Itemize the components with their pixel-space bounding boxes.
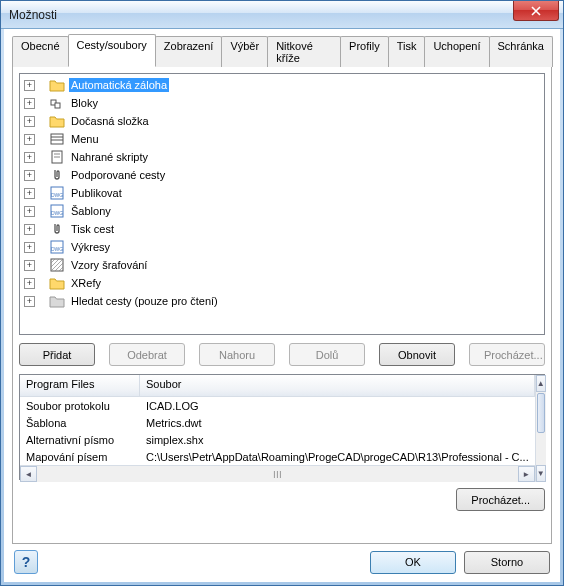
tree-item[interactable]: +XRefy: [20, 274, 544, 292]
tree-item[interactable]: +Podporované cesty: [20, 166, 544, 184]
tree-item-label: Vzory šrafování: [69, 258, 149, 272]
tree-item-label: Dočasná složka: [69, 114, 151, 128]
table-row[interactable]: Mapování písemC:\Users\Petr\AppData\Roam…: [20, 448, 535, 465]
tree-item-label: Podporované cesty: [69, 168, 167, 182]
tab-strip: ObecnéCesty/souboryZobrazeníVýběrNitkové…: [12, 35, 552, 67]
cell-name: Šablona: [20, 417, 140, 429]
tab-profily[interactable]: Profily: [340, 36, 389, 67]
expand-icon[interactable]: +: [24, 98, 35, 109]
scroll-vtrack[interactable]: [536, 434, 546, 465]
titlebar[interactable]: Možnosti: [1, 1, 563, 29]
expand-icon[interactable]: +: [24, 188, 35, 199]
scroll-up-icon[interactable]: ▲: [536, 375, 546, 392]
tab-zobrazen-[interactable]: Zobrazení: [155, 36, 223, 67]
clip-icon: [49, 167, 65, 183]
close-icon: [531, 6, 541, 16]
tab-obecn-[interactable]: Obecné: [12, 36, 69, 67]
tree-item-label: Šablony: [69, 204, 113, 218]
tree-item[interactable]: +Vzory šrafování: [20, 256, 544, 274]
scroll-thumb[interactable]: [537, 393, 545, 433]
tree-view[interactable]: +Automatická záloha+Bloky+Dočasná složka…: [19, 73, 545, 335]
script-icon: [49, 149, 65, 165]
expand-icon[interactable]: +: [24, 80, 35, 91]
tree-item-label: XRefy: [69, 276, 103, 290]
expand-icon[interactable]: +: [24, 152, 35, 163]
col-header-soubor[interactable]: Soubor: [140, 375, 535, 396]
cell-name: Soubor protokolu: [20, 400, 140, 412]
tree-button-row: Přidat Odebrat Nahoru Dolů Obnovit Proch…: [19, 343, 545, 366]
expand-icon[interactable]: +: [24, 278, 35, 289]
tree-item-label: Menu: [69, 132, 101, 146]
tree-item-label: Nahrané skripty: [69, 150, 150, 164]
close-button[interactable]: [513, 1, 559, 21]
svg-rect-2: [51, 134, 63, 144]
tab-cesty-soubory[interactable]: Cesty/soubory: [68, 34, 156, 67]
tab-body-paths: +Automatická záloha+Bloky+Dočasná složka…: [12, 67, 552, 544]
tab-uchopen-[interactable]: Uchopení: [424, 36, 489, 67]
tree-item[interactable]: +Automatická záloha: [20, 76, 544, 94]
expand-icon[interactable]: +: [24, 296, 35, 307]
scroll-track[interactable]: ׀׀׀: [37, 466, 518, 482]
svg-text:DWG: DWG: [51, 192, 63, 198]
table-row[interactable]: ŠablonaMetrics.dwt: [20, 414, 535, 431]
expand-icon[interactable]: +: [24, 134, 35, 145]
cell-file: C:\Users\Petr\AppData\Roaming\ProgeCAD\p…: [140, 451, 535, 463]
scroll-right-icon[interactable]: ►: [518, 466, 535, 482]
tree-item[interactable]: +DWGŠablony: [20, 202, 544, 220]
col-header-program-files[interactable]: Program Files: [20, 375, 140, 396]
dialog-footer: ? OK Storno: [12, 544, 552, 574]
add-button[interactable]: Přidat: [19, 343, 95, 366]
tree-item[interactable]: +Menu: [20, 130, 544, 148]
cell-file: simplex.shx: [140, 434, 535, 446]
svg-rect-1: [55, 103, 60, 108]
folder-yellow-icon: [49, 77, 65, 93]
dwg-icon: DWG: [49, 203, 65, 219]
files-table[interactable]: Program Files Soubor Soubor protokoluICA…: [19, 374, 545, 480]
window-title: Možnosti: [9, 8, 513, 22]
help-button[interactable]: ?: [14, 550, 38, 574]
dwg-icon: DWG: [49, 185, 65, 201]
table-row[interactable]: Alternativní písmosimplex.shx: [20, 431, 535, 448]
expand-icon[interactable]: +: [24, 224, 35, 235]
tree-item[interactable]: +Nahrané skripty: [20, 148, 544, 166]
blocks-icon: [49, 95, 65, 111]
tree-item[interactable]: +DWGPublikovat: [20, 184, 544, 202]
tree-item[interactable]: +Hledat cesty (pouze pro čtení): [20, 292, 544, 310]
tree-item-label: Hledat cesty (pouze pro čtení): [69, 294, 220, 308]
tab-schr-nka[interactable]: Schránka: [489, 36, 553, 67]
cancel-button[interactable]: Storno: [464, 551, 550, 574]
cell-file: ICAD.LOG: [140, 400, 535, 412]
cell-name: Mapování písem: [20, 451, 140, 463]
tree-item[interactable]: +Bloky: [20, 94, 544, 112]
expand-icon[interactable]: +: [24, 206, 35, 217]
tab-tisk[interactable]: Tisk: [388, 36, 426, 67]
cell-file: Metrics.dwt: [140, 417, 535, 429]
cell-name: Alternativní písmo: [20, 434, 140, 446]
folder-gray-icon: [49, 293, 65, 309]
refresh-button[interactable]: Obnovit: [379, 343, 455, 366]
svg-text:DWG: DWG: [51, 210, 63, 216]
up-button: Nahoru: [199, 343, 275, 366]
horizontal-scrollbar[interactable]: ◄ ׀׀׀ ►: [20, 465, 535, 482]
expand-icon[interactable]: +: [24, 170, 35, 181]
scroll-down-icon[interactable]: ▼: [536, 465, 546, 482]
hatch-icon: [49, 257, 65, 273]
table-row[interactable]: Soubor protokoluICAD.LOG: [20, 397, 535, 414]
tree-item[interactable]: +DWGVýkresy: [20, 238, 544, 256]
ok-button[interactable]: OK: [370, 551, 456, 574]
expand-icon[interactable]: +: [24, 260, 35, 271]
tree-item-label: Výkresy: [69, 240, 112, 254]
tree-item[interactable]: +Tisk cest: [20, 220, 544, 238]
scroll-left-icon[interactable]: ◄: [20, 466, 37, 482]
tree-item-label: Publikovat: [69, 186, 124, 200]
expand-icon[interactable]: +: [24, 116, 35, 127]
vertical-scrollbar[interactable]: ▲ ▼: [535, 375, 546, 482]
help-icon: ?: [22, 554, 31, 570]
tab-nitkov-k-e[interactable]: Nitkové kříže: [267, 36, 341, 67]
browse-button-2[interactable]: Procházet...: [456, 488, 545, 511]
table-header: Program Files Soubor: [20, 375, 535, 397]
expand-icon[interactable]: +: [24, 242, 35, 253]
tab-v-b-r[interactable]: Výběr: [221, 36, 268, 67]
tree-item[interactable]: +Dočasná složka: [20, 112, 544, 130]
folder-yellow-icon: [49, 275, 65, 291]
